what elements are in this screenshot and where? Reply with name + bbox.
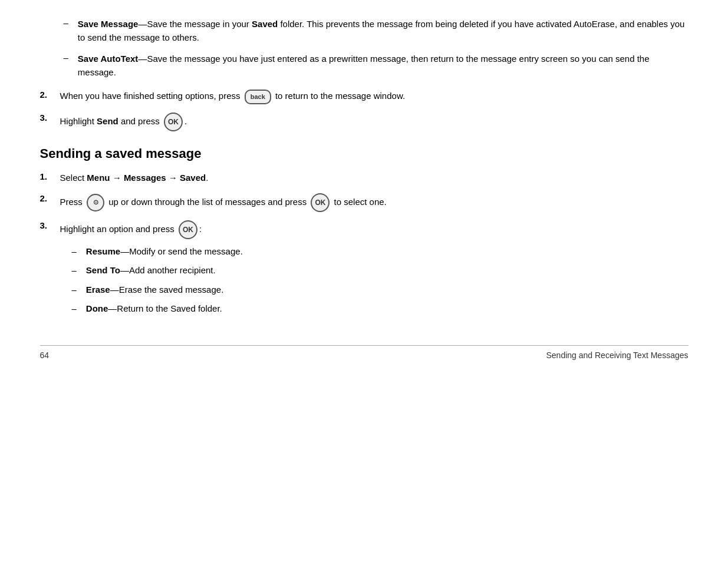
list-item: – Resume—Modify or send the message. [60, 245, 689, 259]
list-item: – Send To—Add another recipient. [60, 264, 689, 277]
step-3-content: Highlight Send and press OK. [60, 113, 689, 131]
save-autotext-term: Save AutoText [78, 54, 139, 64]
step-2-back: 2. When you have finished setting option… [40, 90, 689, 104]
menu-bold: Menu [87, 173, 110, 183]
save-message-term: Save Message [78, 19, 139, 29]
done-item: Done—Return to the Saved folder. [86, 302, 222, 316]
step-number: 2. [40, 193, 52, 203]
page-footer: 64 Sending and Receiving Text Messages [40, 345, 689, 360]
option-bullets-list: – Resume—Modify or send the message. – S… [60, 245, 689, 316]
step-number: 3. [40, 220, 52, 230]
dash-icon: – [72, 264, 77, 277]
footer-section-title: Sending and Receiving Text Messages [546, 351, 688, 360]
list-item: – Done—Return to the Saved folder. [60, 302, 689, 316]
content-area: – Save Message—Save the message in your … [40, 18, 689, 360]
saved-step-3: 3. Highlight an option and press OK: – R… [40, 220, 689, 322]
saved-bold: Saved [252, 19, 278, 29]
step-2-content: When you have finished setting options, … [60, 90, 689, 104]
dash-icon: – [72, 245, 77, 259]
saved-step-1-content: Select Menu → Messages → Saved. [60, 171, 689, 185]
saved-step-1: 1. Select Menu → Messages → Saved. [40, 171, 689, 185]
ok-button-icon: OK [164, 113, 183, 131]
ok-button-icon: OK [179, 220, 197, 239]
messages-bold: Messages [124, 173, 166, 183]
send-bold: Send [97, 115, 118, 125]
list-item: – Save AutoText—Save the message you hav… [40, 52, 689, 79]
step-number: 1. [40, 171, 52, 181]
step-number: 2. [40, 90, 52, 100]
saved-step-3-content: Highlight an option and press OK: – Resu… [60, 220, 689, 322]
erase-term: Erase [86, 285, 110, 295]
step-number: 3. [40, 113, 52, 123]
done-term: Done [86, 303, 108, 313]
step-3-send: 3. Highlight Send and press OK. [40, 113, 689, 131]
sendto-term: Send To [86, 265, 120, 275]
back-button-icon: back [245, 90, 271, 104]
resume-item: Resume—Modify or send the message. [86, 245, 243, 259]
list-item: – Save Message—Save the message in your … [40, 18, 689, 44]
page-number: 64 [40, 351, 50, 360]
nav-button-icon: ⊙ [87, 194, 104, 211]
initial-steps-list: 2. When you have finished setting option… [40, 90, 689, 131]
dash-icon: – [72, 302, 77, 316]
saved-step-2: 2. Press ⊙ up or down through the list o… [40, 193, 689, 212]
saved-steps-list: 1. Select Menu → Messages → Saved. 2. Pr… [40, 171, 689, 322]
dash-icon: – [72, 283, 77, 297]
dash-icon: – [64, 18, 68, 28]
dash-icon: – [64, 52, 68, 62]
save-message-item: Save Message—Save the message in your Sa… [78, 18, 689, 44]
top-bullet-list: – Save Message—Save the message in your … [40, 18, 689, 79]
save-autotext-item: Save AutoText—Save the message you have … [78, 52, 689, 79]
erase-item: Erase—Erase the saved message. [86, 283, 223, 297]
resume-term: Resume [86, 246, 120, 256]
ok-button-icon: OK [311, 193, 330, 212]
list-item: – Erase—Erase the saved message. [60, 283, 689, 297]
saved-bold: Saved [180, 173, 206, 183]
sendto-item: Send To—Add another recipient. [86, 264, 216, 277]
saved-step-2-content: Press ⊙ up or down through the list of m… [60, 193, 689, 212]
section-heading: Sending a saved message [40, 146, 689, 163]
